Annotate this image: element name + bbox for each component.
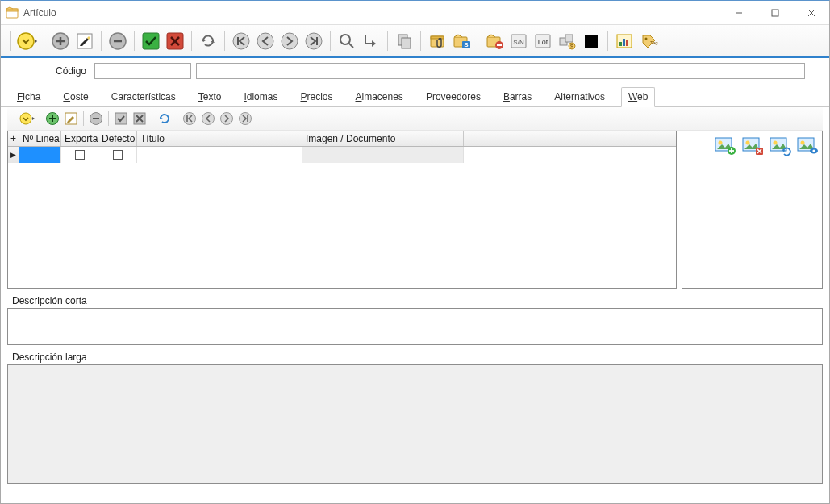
- svg-rect-45: [619, 42, 622, 46]
- svg-point-48: [645, 38, 648, 40]
- prev-record-button[interactable]: [254, 30, 277, 52]
- desc-corta-box[interactable]: [7, 308, 823, 345]
- tab-almacenes[interactable]: Almacenes: [349, 88, 410, 106]
- remove-button[interactable]: [106, 30, 129, 52]
- sub-dropdown-button[interactable]: [19, 110, 36, 127]
- tab-coste[interactable]: Coste: [56, 88, 94, 106]
- window-title: Artículo: [23, 7, 56, 19]
- accept-button[interactable]: [140, 30, 162, 52]
- col-nolinea[interactable]: Nº Linea: [19, 131, 61, 146]
- sub-edit-button[interactable]: [62, 110, 80, 127]
- goto-button[interactable]: [360, 30, 382, 52]
- svg-text:S/N: S/N: [513, 39, 524, 46]
- titulo-cell[interactable]: [137, 147, 302, 163]
- edit-button[interactable]: [73, 30, 96, 52]
- next-record-button[interactable]: [278, 30, 301, 52]
- first-record-button[interactable]: [230, 30, 252, 52]
- col-imagen[interactable]: Imagen / Documento: [302, 131, 464, 146]
- sub-remove-button[interactable]: [87, 110, 105, 127]
- image-view-button[interactable]: [796, 136, 819, 156]
- image-panel: [682, 131, 823, 289]
- sub-last-button[interactable]: [236, 110, 254, 127]
- svg-point-20: [282, 33, 298, 49]
- dropdown-button[interactable]: [16, 30, 39, 52]
- desc-larga-box[interactable]: [7, 364, 823, 484]
- col-exporta[interactable]: Exporta: [61, 131, 98, 146]
- svg-rect-28: [431, 36, 444, 39]
- tab-texto[interactable]: Texto: [192, 88, 228, 106]
- svg-rect-46: [623, 39, 625, 46]
- grid-row[interactable]: ▶: [8, 147, 676, 163]
- imagen-cell[interactable]: [302, 147, 464, 163]
- folder-minus-button[interactable]: [483, 30, 506, 52]
- svg-rect-47: [626, 40, 628, 46]
- col-titulo[interactable]: Título: [137, 131, 302, 146]
- svg-point-78: [774, 141, 778, 145]
- tab-barras[interactable]: Barras: [497, 88, 538, 106]
- tab-web[interactable]: Web: [621, 87, 655, 107]
- svg-text:S: S: [464, 41, 469, 48]
- folder-s-button[interactable]: S: [450, 30, 473, 52]
- codigo-input[interactable]: [94, 63, 191, 79]
- sub-add-button[interactable]: [44, 110, 61, 127]
- descripcion-input[interactable]: [196, 63, 805, 79]
- svg-point-17: [233, 33, 249, 49]
- tab-idiomas[interactable]: Idiomas: [237, 88, 284, 106]
- refresh-button[interactable]: [197, 30, 219, 52]
- last-record-button[interactable]: [302, 30, 325, 52]
- sub-refresh-button[interactable]: [156, 110, 173, 127]
- image-delete-button[interactable]: [741, 136, 764, 156]
- svg-text:Tag: Tag: [650, 40, 658, 45]
- svg-point-6: [18, 33, 34, 49]
- sub-accept-button[interactable]: [112, 110, 130, 127]
- packages-button[interactable]: $: [556, 30, 578, 52]
- group-desc-larga: Descripción larga: [7, 352, 823, 484]
- col-plus[interactable]: +: [8, 131, 19, 146]
- sub-prev-button[interactable]: [199, 110, 217, 127]
- group-desc-corta: Descripción corta: [7, 295, 823, 345]
- tab-precios[interactable]: Precios: [294, 88, 339, 106]
- svg-point-64: [221, 113, 233, 125]
- codigo-label: Código: [1, 65, 90, 77]
- svg-rect-40: [565, 35, 573, 42]
- tab-caracteristicas[interactable]: Características: [105, 88, 182, 106]
- image-refresh-button[interactable]: [769, 136, 791, 156]
- app-icon: [6, 6, 19, 19]
- tab-alternativos[interactable]: Alternativos: [548, 88, 611, 106]
- svg-point-63: [202, 113, 215, 125]
- minimize-button[interactable]: [720, 1, 757, 25]
- exporta-checkbox[interactable]: [75, 150, 85, 160]
- tab-ficha[interactable]: Ficha: [10, 88, 47, 106]
- window: Artículo: [0, 0, 830, 504]
- desc-larga-label: Descripción larga: [7, 352, 823, 364]
- svg-rect-26: [402, 38, 411, 48]
- sub-first-button[interactable]: [181, 110, 198, 127]
- lot-button[interactable]: Lot: [532, 30, 554, 52]
- close-button[interactable]: [793, 1, 829, 25]
- copy-button[interactable]: [393, 30, 415, 52]
- tab-body-web: + Nº Linea Exporta Defecto Título Imagen…: [1, 107, 829, 503]
- svg-point-50: [20, 113, 31, 124]
- lines-grid[interactable]: + Nº Linea Exporta Defecto Título Imagen…: [7, 131, 677, 289]
- col-defecto[interactable]: Defecto: [98, 131, 137, 146]
- sub-next-button[interactable]: [218, 110, 236, 127]
- chart-button[interactable]: [613, 30, 636, 52]
- tag-button[interactable]: Tag: [637, 30, 660, 52]
- svg-text:Lot: Lot: [538, 38, 548, 46]
- attachments-button[interactable]: [426, 30, 448, 52]
- search-button[interactable]: [336, 30, 358, 52]
- tab-proveedores[interactable]: Proveedores: [419, 88, 487, 106]
- svg-point-21: [306, 33, 322, 49]
- maximize-button[interactable]: [757, 1, 793, 25]
- desc-corta-label: Descripción corta: [7, 295, 823, 308]
- cancel-button[interactable]: [164, 30, 186, 52]
- black-square-button[interactable]: [580, 30, 603, 52]
- add-button[interactable]: [49, 30, 72, 52]
- serial-number-button[interactable]: S/N: [507, 30, 530, 52]
- sub-cancel-button[interactable]: [131, 110, 148, 127]
- svg-line-24: [348, 43, 353, 48]
- image-add-button[interactable]: [714, 136, 736, 156]
- defecto-checkbox[interactable]: [113, 150, 123, 160]
- svg-rect-57: [115, 113, 127, 124]
- svg-point-82: [812, 149, 815, 152]
